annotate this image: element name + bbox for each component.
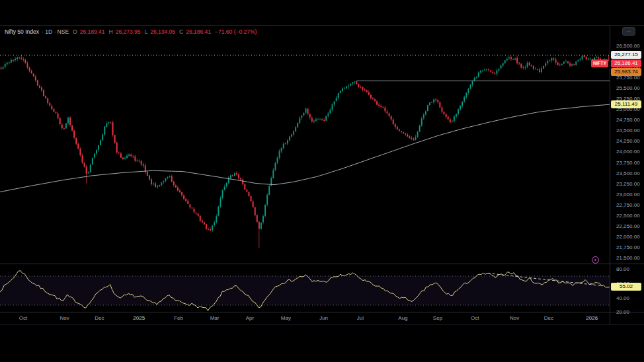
rsi-tick: 20.00 xyxy=(616,309,629,315)
event-marker-icon[interactable] xyxy=(592,256,599,264)
low-label: L xyxy=(145,28,148,35)
price-pane[interactable] xyxy=(0,26,610,264)
price-tick: 23,750.00 xyxy=(616,160,640,166)
open-label: O xyxy=(73,28,77,35)
rsi-value-tag: 55.02 xyxy=(611,283,641,291)
price-tick: 22,000.00 xyxy=(616,234,640,240)
symbol-name-tag: NIFTY xyxy=(591,59,608,67)
time-tick: Jun xyxy=(314,315,334,321)
chart-root: Nifty 50 Index · 1D · NSE O 26,189.41 H … xyxy=(0,0,644,362)
price-tick: 24,000.00 xyxy=(616,149,640,155)
yellow-level-tag: 25,111.49 xyxy=(611,100,641,108)
price-tick: 24,250.00 xyxy=(616,138,640,144)
time-tick: Feb xyxy=(169,315,188,321)
price-tick: 22,500.00 xyxy=(616,213,640,219)
time-tick: Sep xyxy=(428,315,448,321)
more-options-badge[interactable]: ⋯ xyxy=(622,27,635,36)
price-tick: 24,500.00 xyxy=(616,127,640,133)
ath-price-tag: 26,277.15 xyxy=(611,51,641,59)
close-label: C xyxy=(179,28,183,35)
high-label: H xyxy=(109,28,113,35)
time-tick: Dec xyxy=(539,315,559,321)
time-tick: 2025 xyxy=(129,315,149,321)
close-value: 26,186.41 xyxy=(186,28,211,35)
open-value: 26,189.41 xyxy=(80,28,105,35)
price-tick: 23,250.00 xyxy=(616,181,640,187)
time-tick: Jul xyxy=(350,315,370,321)
price-tick: 22,750.00 xyxy=(616,202,640,208)
time-tick: Dec xyxy=(89,315,109,321)
low-value: 26,134.05 xyxy=(150,28,175,35)
price-tick: 25,500.00 xyxy=(616,85,640,91)
time-tick: May xyxy=(276,315,296,321)
time-tick: Apr xyxy=(240,315,260,321)
time-tick: Mar xyxy=(205,315,225,321)
event-marker-dot xyxy=(594,259,596,261)
rsi-tick: 80.00 xyxy=(616,266,629,272)
price-tick: 23,500.00 xyxy=(616,170,640,176)
time-tick: 2026 xyxy=(582,315,602,321)
price-tick: 22,250.00 xyxy=(616,223,640,229)
symbol-title[interactable]: Nifty 50 Index xyxy=(5,28,39,35)
time-tick: Aug xyxy=(393,315,413,321)
price-tick: 24,750.00 xyxy=(616,117,640,123)
time-tick: Oct xyxy=(465,315,485,321)
change-value: −71.60 (−0.27%) xyxy=(215,28,257,35)
time-axis[interactable]: OctNovDec2025FebMarAprMayJunJulAugSepOct… xyxy=(0,312,610,324)
orange-level-tag: 25,983.74 xyxy=(611,68,641,76)
rsi-pane[interactable] xyxy=(0,264,610,312)
price-tick: 21,750.00 xyxy=(616,244,640,250)
price-axis[interactable]: 26,500.0026,250.0026,000.0025,750.0025,5… xyxy=(610,26,644,324)
time-tick: Nov xyxy=(504,315,524,321)
high-value: 26,273.95 xyxy=(116,28,141,35)
price-tick: 21,500.00 xyxy=(616,255,640,261)
last-price-tag: 26,186.41 xyxy=(611,59,641,67)
chart-area: Nifty 50 Index · 1D · NSE O 26,189.41 H … xyxy=(0,25,644,325)
price-tick: 23,000.00 xyxy=(616,192,640,198)
legend: Nifty 50 Index · 1D · NSE O 26,189.41 H … xyxy=(5,28,257,35)
time-tick: Nov xyxy=(55,315,75,321)
price-tick: 26,500.00 xyxy=(616,43,640,49)
rsi-tick: 40.00 xyxy=(616,295,629,301)
legend-timeframe-exchange[interactable]: · 1D · NSE xyxy=(42,28,69,35)
time-tick: Oct xyxy=(13,315,33,321)
